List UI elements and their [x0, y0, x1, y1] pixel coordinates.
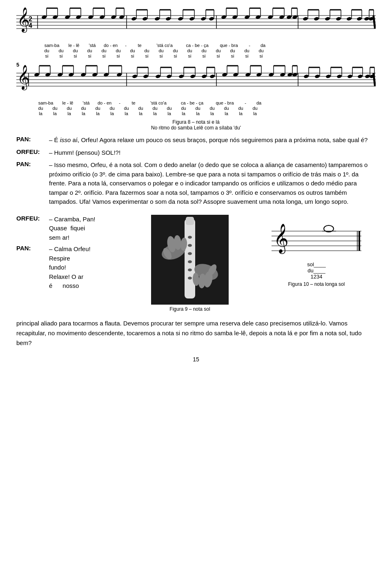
orfeu-dialogue-1: ORFEU: – Humm! (pensou) SOL!?!: [16, 148, 376, 158]
svg-rect-187: [185, 219, 195, 298]
speaker-pan-2: PAN:: [16, 160, 49, 167]
speaker-pan-1: PAN:: [16, 136, 49, 143]
orfeu-text-2: – Caramba, Pan! Quase fiquei sem ar!: [49, 215, 122, 243]
svg-point-191: [188, 260, 192, 263]
svg-point-44: [178, 17, 183, 21]
svg-point-141: [201, 74, 207, 79]
pan-text-1: – É isso aí, Orfeu! Agora relaxe um pouc…: [49, 136, 376, 145]
svg-rect-194: [186, 217, 194, 225]
orfeu-text-1: – Humm! (pensou) SOL!?!: [49, 148, 376, 158]
sheet-music-top: 𝄞 2 4: [16, 4, 376, 58]
speaker-orfeu-2: ORFEU:: [16, 215, 49, 222]
svg-point-89: [364, 17, 370, 21]
svg-point-84: [346, 17, 352, 21]
page-number: 15: [16, 356, 376, 363]
figure-8-caption: Figura 8 – nota si e lá No ritmo do samb…: [16, 119, 376, 131]
svg-point-81: [336, 17, 341, 21]
svg-point-193: [188, 276, 192, 279]
pan-dialogue-3: PAN: – Calma Orfeu! Respire fundo! Relax…: [16, 245, 122, 291]
figure-10-caption: Figura 10 – nota longa sol: [288, 281, 345, 287]
svg-point-133: [166, 74, 172, 79]
svg-text:𝄞: 𝄞: [17, 7, 30, 33]
svg-point-51: [209, 17, 214, 21]
orfeu-dialogue-2: ORFEU: – Caramba, Pan! Quase fiquei sem …: [16, 215, 122, 243]
svg-text:𝄞: 𝄞: [17, 65, 30, 91]
svg-point-34: [131, 17, 137, 21]
bottom-paragraph: principal aliado para tocarmos a flauta.…: [16, 319, 376, 348]
speaker-orfeu-1: ORFEU:: [16, 148, 49, 155]
figure-9-caption: Figura 9 – nota sol: [169, 306, 210, 312]
svg-point-46: [189, 17, 195, 21]
svg-point-168: [314, 74, 320, 79]
svg-point-76: [314, 17, 319, 21]
svg-point-36: [142, 17, 148, 21]
svg-point-190: [188, 252, 192, 255]
svg-point-74: [303, 17, 308, 21]
svg-point-126: [132, 74, 138, 79]
media-section: ORFEU: – Caramba, Pan! Quase fiquei sem …: [16, 215, 376, 312]
pan-dialogue-1: PAN: – É isso aí, Orfeu! Agora relaxe um…: [16, 136, 376, 145]
svg-point-192: [188, 268, 192, 271]
number-label: 1234: [307, 274, 326, 280]
svg-point-178: [357, 74, 363, 79]
pan-text-2: – Isso mesmo, Orfeu, é a nota sol. Com o…: [49, 160, 376, 207]
svg-point-136: [178, 74, 184, 79]
figure-9-image: [151, 215, 229, 305]
svg-point-188: [188, 236, 192, 238]
dialogue-section: PAN: – É isso aí, Orfeu! Agora relaxe um…: [16, 136, 376, 207]
svg-point-49: [200, 17, 206, 21]
svg-point-173: [336, 74, 342, 79]
notation-labels: sol____ du____ 1234: [307, 261, 326, 280]
svg-point-166: [303, 74, 309, 79]
pan-text-3: – Calma Orfeu! Respire fundo! Relaxe! O …: [49, 245, 122, 291]
svg-point-181: [365, 74, 370, 79]
figure-10-notation: 𝄞: [272, 215, 361, 260]
svg-point-189: [188, 244, 192, 247]
svg-point-86: [356, 17, 362, 21]
svg-text:𝄞: 𝄞: [274, 224, 289, 254]
svg-point-138: [190, 74, 196, 79]
svg-point-143: [209, 74, 215, 79]
svg-point-79: [325, 17, 330, 21]
sol-label: sol____: [307, 261, 326, 267]
svg-point-41: [165, 17, 171, 21]
du-label: du____: [307, 267, 326, 274]
svg-point-131: [155, 74, 161, 79]
pan-dialogue-2: PAN: – Isso mesmo, Orfeu, é a nota sol. …: [16, 160, 376, 207]
svg-point-171: [325, 74, 331, 79]
svg-point-39: [154, 17, 160, 21]
svg-point-128: [143, 74, 149, 79]
sheet-music-bottom: 5 𝄞: [16, 62, 376, 116]
speaker-pan-3: PAN:: [16, 245, 49, 252]
center-image-col: Figura 9 – nota sol: [131, 215, 249, 312]
left-dialogue-col: ORFEU: – Caramba, Pan! Quase fiquei sem …: [16, 215, 122, 294]
right-notation-col: 𝄞 sol____ du____ 1234 Figura 10 – nota l…: [257, 215, 376, 287]
svg-point-176: [347, 74, 353, 79]
